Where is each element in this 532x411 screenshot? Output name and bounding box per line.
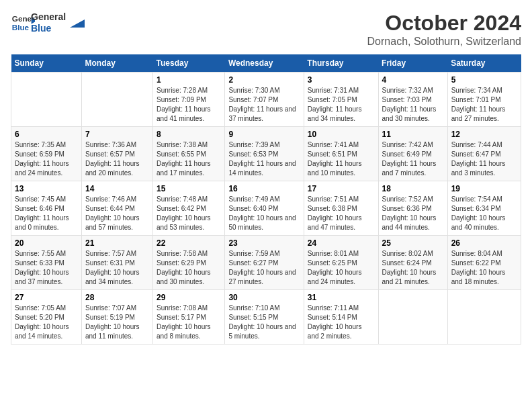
day-info: Sunrise: 7:48 AM Sunset: 6:42 PM Dayligh… — [157, 195, 221, 232]
day-number: 14 — [85, 184, 149, 193]
cell-2-5: 18Sunrise: 7:52 AM Sunset: 6:36 PM Dayli… — [378, 181, 447, 236]
cell-0-1 — [81, 73, 152, 127]
day-info: Sunrise: 7:30 AM Sunset: 7:07 PM Dayligh… — [228, 86, 300, 124]
header: General Blue General Blue October 2024 D… — [11, 11, 521, 48]
day-number: 10 — [308, 130, 375, 139]
title-section: October 2024 Dornach, Solothurn, Switzer… — [367, 11, 521, 48]
cell-3-1: 21Sunrise: 7:57 AM Sunset: 6:31 PM Dayli… — [81, 236, 152, 290]
day-number: 23 — [228, 238, 300, 248]
header-thursday: Thursday — [304, 54, 378, 73]
day-number: 25 — [382, 238, 444, 248]
day-number: 2 — [228, 75, 300, 85]
day-info: Sunrise: 7:35 AM Sunset: 6:59 PM Dayligh… — [15, 140, 78, 178]
cell-1-6: 12Sunrise: 7:44 AM Sunset: 6:47 PM Dayli… — [447, 127, 521, 181]
day-number: 29 — [157, 293, 221, 302]
day-info: Sunrise: 7:08 AM Sunset: 5:17 PM Dayligh… — [157, 304, 221, 341]
cell-1-2: 8Sunrise: 7:38 AM Sunset: 6:55 PM Daylig… — [153, 127, 225, 181]
header-wednesday: Wednesday — [225, 54, 304, 73]
day-number: 21 — [85, 238, 149, 248]
day-number: 18 — [382, 184, 444, 193]
day-info: Sunrise: 7:45 AM Sunset: 6:46 PM Dayligh… — [15, 195, 78, 232]
day-info: Sunrise: 7:11 AM Sunset: 5:14 PM Dayligh… — [308, 304, 375, 341]
day-number: 20 — [15, 238, 78, 248]
day-info: Sunrise: 7:49 AM Sunset: 6:40 PM Dayligh… — [228, 195, 300, 232]
day-info: Sunrise: 7:36 AM Sunset: 6:57 PM Dayligh… — [85, 140, 149, 178]
calendar-table: SundayMondayTuesdayWednesdayThursdayFrid… — [11, 54, 521, 345]
cell-1-5: 11Sunrise: 7:42 AM Sunset: 6:49 PM Dayli… — [378, 127, 447, 181]
cell-3-5: 25Sunrise: 8:02 AM Sunset: 6:24 PM Dayli… — [378, 236, 447, 290]
day-number: 16 — [228, 184, 300, 193]
day-info: Sunrise: 7:54 AM Sunset: 6:34 PM Dayligh… — [451, 195, 517, 232]
cell-4-5 — [378, 290, 447, 345]
cell-1-1: 7Sunrise: 7:36 AM Sunset: 6:57 PM Daylig… — [81, 127, 152, 181]
day-info: Sunrise: 7:46 AM Sunset: 6:44 PM Dayligh… — [85, 195, 149, 232]
day-number: 1 — [157, 75, 221, 85]
day-info: Sunrise: 7:41 AM Sunset: 6:51 PM Dayligh… — [308, 140, 375, 178]
day-number: 17 — [308, 184, 375, 193]
cell-2-4: 17Sunrise: 7:51 AM Sunset: 6:38 PM Dayli… — [304, 181, 378, 236]
day-info: Sunrise: 7:34 AM Sunset: 7:01 PM Dayligh… — [451, 86, 517, 124]
day-info: Sunrise: 7:55 AM Sunset: 6:33 PM Dayligh… — [15, 249, 78, 287]
cell-2-2: 15Sunrise: 7:48 AM Sunset: 6:42 PM Dayli… — [153, 181, 225, 236]
day-info: Sunrise: 7:38 AM Sunset: 6:55 PM Dayligh… — [157, 140, 221, 178]
logo-blue: Blue — [31, 23, 66, 34]
day-info: Sunrise: 7:59 AM Sunset: 6:27 PM Dayligh… — [228, 249, 300, 287]
week-row-1: 1Sunrise: 7:28 AM Sunset: 7:09 PM Daylig… — [11, 73, 521, 127]
day-number: 30 — [228, 293, 300, 302]
header-monday: Monday — [81, 54, 152, 73]
cell-0-5: 4Sunrise: 7:32 AM Sunset: 7:03 PM Daylig… — [378, 73, 447, 127]
cell-1-3: 9Sunrise: 7:39 AM Sunset: 6:53 PM Daylig… — [225, 127, 304, 181]
day-info: Sunrise: 7:07 AM Sunset: 5:19 PM Dayligh… — [85, 304, 149, 341]
header-sunday: Sunday — [11, 54, 82, 73]
cell-2-0: 13Sunrise: 7:45 AM Sunset: 6:46 PM Dayli… — [11, 181, 82, 236]
cell-4-0: 27Sunrise: 7:05 AM Sunset: 5:20 PM Dayli… — [11, 290, 82, 345]
week-row-4: 20Sunrise: 7:55 AM Sunset: 6:33 PM Dayli… — [11, 236, 521, 290]
day-info: Sunrise: 7:31 AM Sunset: 7:05 PM Dayligh… — [308, 86, 375, 124]
day-number: 31 — [308, 293, 375, 302]
cell-2-3: 16Sunrise: 7:49 AM Sunset: 6:40 PM Dayli… — [225, 181, 304, 236]
cell-3-0: 20Sunrise: 7:55 AM Sunset: 6:33 PM Dayli… — [11, 236, 82, 290]
day-number: 6 — [15, 130, 78, 139]
cell-3-4: 24Sunrise: 8:01 AM Sunset: 6:25 PM Dayli… — [304, 236, 378, 290]
day-info: Sunrise: 7:05 AM Sunset: 5:20 PM Dayligh… — [15, 304, 78, 341]
day-number: 12 — [451, 130, 517, 139]
day-number: 13 — [15, 184, 78, 193]
logo-general: General — [31, 11, 66, 23]
cell-1-0: 6Sunrise: 7:35 AM Sunset: 6:59 PM Daylig… — [11, 127, 82, 181]
svg-text:Blue: Blue — [12, 23, 30, 32]
cell-3-6: 26Sunrise: 8:04 AM Sunset: 6:22 PM Dayli… — [447, 236, 521, 290]
day-number: 28 — [85, 293, 149, 302]
cell-4-2: 29Sunrise: 7:08 AM Sunset: 5:17 PM Dayli… — [153, 290, 225, 345]
cell-3-3: 23Sunrise: 7:59 AM Sunset: 6:27 PM Dayli… — [225, 236, 304, 290]
cell-3-2: 22Sunrise: 7:58 AM Sunset: 6:29 PM Dayli… — [153, 236, 225, 290]
day-number: 9 — [228, 130, 300, 139]
header-saturday: Saturday — [447, 54, 521, 73]
logo-triangle-icon — [70, 13, 85, 28]
day-info: Sunrise: 7:57 AM Sunset: 6:31 PM Dayligh… — [85, 249, 149, 287]
cell-1-4: 10Sunrise: 7:41 AM Sunset: 6:51 PM Dayli… — [304, 127, 378, 181]
svg-marker-3 — [70, 19, 85, 28]
cell-2-6: 19Sunrise: 7:54 AM Sunset: 6:34 PM Dayli… — [447, 181, 521, 236]
cell-4-4: 31Sunrise: 7:11 AM Sunset: 5:14 PM Dayli… — [304, 290, 378, 345]
day-number: 5 — [451, 75, 517, 85]
day-number: 15 — [157, 184, 221, 193]
cell-0-0 — [11, 73, 82, 127]
day-info: Sunrise: 7:52 AM Sunset: 6:36 PM Dayligh… — [382, 195, 444, 232]
cell-4-6 — [447, 290, 521, 345]
week-row-3: 13Sunrise: 7:45 AM Sunset: 6:46 PM Dayli… — [11, 181, 521, 236]
day-info: Sunrise: 8:04 AM Sunset: 6:22 PM Dayligh… — [451, 249, 517, 287]
logo: General Blue General Blue — [11, 11, 85, 35]
day-number: 24 — [308, 238, 375, 248]
day-number: 22 — [157, 238, 221, 248]
page-title: October 2024 — [367, 11, 521, 36]
day-number: 27 — [15, 293, 78, 302]
day-number: 4 — [382, 75, 444, 85]
day-info: Sunrise: 8:02 AM Sunset: 6:24 PM Dayligh… — [382, 249, 444, 287]
day-info: Sunrise: 7:28 AM Sunset: 7:09 PM Dayligh… — [157, 86, 221, 124]
week-row-2: 6Sunrise: 7:35 AM Sunset: 6:59 PM Daylig… — [11, 127, 521, 181]
page-subtitle: Dornach, Solothurn, Switzerland — [367, 36, 521, 48]
day-number: 7 — [85, 130, 149, 139]
week-row-5: 27Sunrise: 7:05 AM Sunset: 5:20 PM Dayli… — [11, 290, 521, 345]
cell-0-6: 5Sunrise: 7:34 AM Sunset: 7:01 PM Daylig… — [447, 73, 521, 127]
day-number: 3 — [308, 75, 375, 85]
